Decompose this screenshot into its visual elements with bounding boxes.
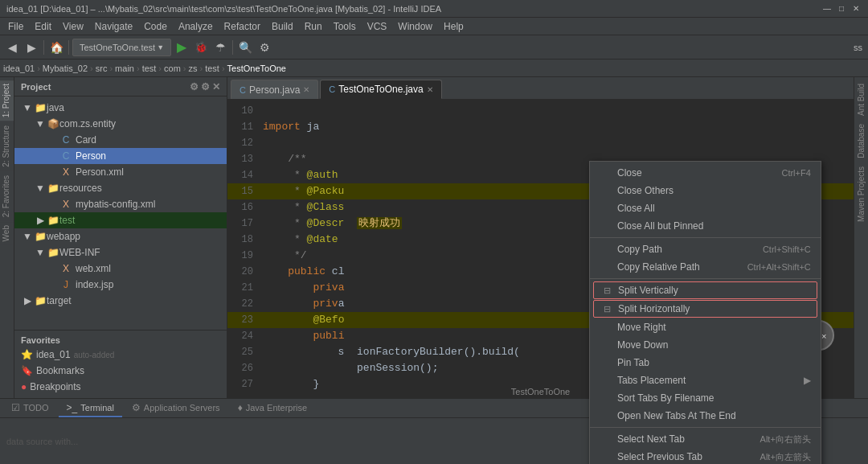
menu-navigate[interactable]: Navigate bbox=[90, 18, 137, 35]
breadcrumb-mybatis02[interactable]: Mybatis_02 bbox=[43, 64, 88, 73]
menu-run[interactable]: Run bbox=[300, 18, 327, 35]
menu-bar: File Edit View Navigate Code Analyze Ref… bbox=[0, 18, 868, 35]
folder-icon: 📁 bbox=[47, 247, 59, 258]
breadcrumb-zs[interactable]: zs bbox=[188, 64, 197, 73]
bottom-tab-todo[interactable]: ☑ TODO bbox=[3, 400, 57, 417]
ctx-split-horizontally[interactable]: ⊟ Split Horizontally bbox=[593, 300, 817, 318]
tab-close-icon[interactable]: ✕ bbox=[303, 85, 309, 94]
ctx-close[interactable]: Close Ctrl+F4 bbox=[590, 164, 821, 182]
javaee-icon: ♦ bbox=[238, 402, 243, 413]
settings-button[interactable]: ⚙ bbox=[256, 39, 273, 56]
bottom-tab-terminal[interactable]: >_ Terminal bbox=[59, 400, 122, 417]
ctx-label: Close Others bbox=[617, 185, 674, 196]
menu-refactor[interactable]: Refactor bbox=[219, 18, 265, 35]
left-tab-project[interactable]: 1: Project bbox=[0, 80, 14, 121]
tree-item-person[interactable]: C Person bbox=[14, 148, 227, 164]
menu-edit[interactable]: Edit bbox=[30, 18, 56, 35]
menu-file[interactable]: File bbox=[3, 18, 28, 35]
tree-item-resources[interactable]: ▼ 📁 resources bbox=[14, 180, 227, 196]
config-dropdown-icon[interactable]: ▼ bbox=[157, 43, 164, 51]
menu-tools[interactable]: Tools bbox=[329, 18, 361, 35]
tree-item-webxml[interactable]: X web.xml bbox=[14, 261, 227, 277]
code-line-11: 11 import ja bbox=[227, 119, 854, 135]
ctx-close-others[interactable]: Close Others bbox=[590, 182, 821, 199]
ctx-label: Close All bbox=[617, 203, 655, 214]
tree-item-card[interactable]: C Card bbox=[14, 132, 227, 148]
favorites-breakpoints[interactable]: ● Breakpoints bbox=[14, 379, 227, 395]
tree-item-person-xml[interactable]: X Person.xml bbox=[14, 164, 227, 180]
menu-build[interactable]: Build bbox=[267, 18, 298, 35]
breadcrumb-com[interactable]: com bbox=[164, 64, 181, 73]
sidebar-actions: ⚙ ⚙ ✕ bbox=[190, 81, 220, 92]
tree-item-webinf[interactable]: ▼ 📁 WEB-INF bbox=[14, 244, 227, 261]
menu-vcs[interactable]: VCS bbox=[362, 18, 392, 35]
close-button[interactable]: ✕ bbox=[850, 3, 862, 14]
sidebar-action-close[interactable]: ✕ bbox=[212, 81, 220, 92]
tab-close-icon[interactable]: ✕ bbox=[427, 85, 433, 94]
ctx-move-right[interactable]: Move Right bbox=[590, 318, 821, 336]
home-button[interactable]: 🏠 bbox=[47, 39, 65, 56]
favorites-label: Bookmarks bbox=[36, 365, 84, 376]
tree-item-target[interactable]: ▶ 📁 target bbox=[14, 293, 227, 309]
bottom-tab-appservers[interactable]: ⚙ Application Servers bbox=[124, 400, 228, 417]
ctx-open-new-tabs[interactable]: Open New Tabs At The End bbox=[590, 407, 821, 425]
menu-view[interactable]: View bbox=[58, 18, 88, 35]
debug-button[interactable]: 🐞 bbox=[192, 39, 210, 56]
tree-item-indexjsp[interactable]: J index.jsp bbox=[14, 277, 227, 293]
menu-code[interactable]: Code bbox=[139, 18, 172, 35]
breadcrumb-idea01[interactable]: idea_01 bbox=[3, 64, 35, 73]
tree-item-webapp[interactable]: ▼ 📁 webapp bbox=[14, 228, 227, 244]
profiling-label: ss bbox=[851, 43, 865, 52]
ctx-close-all-pinned[interactable]: Close All but Pinned bbox=[590, 217, 821, 235]
sidebar-action-settings[interactable]: ⚙ bbox=[201, 81, 210, 92]
ctx-copy-relative-path[interactable]: Copy Relative Path Ctrl+Alt+Shift+C bbox=[590, 258, 821, 276]
run-config-tab[interactable]: TestOneToOne.test ▼ bbox=[72, 39, 171, 56]
ctx-copy-path[interactable]: Copy Path Ctrl+Shift+C bbox=[590, 240, 821, 258]
ctx-split-vertically[interactable]: ⊟ Split Vertically bbox=[593, 281, 817, 299]
left-tab-favorites[interactable]: 2: Favorites bbox=[0, 172, 14, 220]
tree-item-test[interactable]: ▶ 📁 test bbox=[14, 212, 227, 228]
favorites-bookmarks[interactable]: 🔖 Bookmarks bbox=[14, 363, 227, 379]
bottom-tab-label: Application Servers bbox=[144, 403, 220, 413]
ctx-move-down[interactable]: Move Down bbox=[590, 336, 821, 354]
tree-label: webapp bbox=[47, 231, 80, 242]
tree-label: Card bbox=[76, 134, 96, 146]
far-right-database[interactable]: Database bbox=[855, 121, 867, 162]
breadcrumb-main[interactable]: main bbox=[115, 64, 134, 73]
breadcrumb-testonetone[interactable]: TestOneToOne bbox=[227, 64, 286, 73]
tree-item-java[interactable]: ▼ 📁 java bbox=[14, 100, 227, 116]
far-right-ant-build[interactable]: Ant Build bbox=[855, 80, 867, 119]
ctx-pin-tab[interactable]: Pin Tab bbox=[590, 354, 821, 372]
tree-item-mybatis-config[interactable]: X mybatis-config.xml bbox=[14, 196, 227, 212]
coverage-button[interactable]: ☂ bbox=[211, 39, 229, 56]
breadcrumb-test[interactable]: test bbox=[142, 64, 157, 73]
tree-item-com-entity[interactable]: ▼ 📦 com.zs.entity bbox=[14, 116, 227, 132]
ctx-select-prev-tab[interactable]: Select Previous Tab Alt+向左箭头 bbox=[590, 448, 821, 464]
back-button[interactable]: ◀ bbox=[3, 39, 21, 56]
forward-button[interactable]: ▶ bbox=[23, 39, 40, 56]
ctx-sort-tabs[interactable]: Sort Tabs By Filename bbox=[590, 389, 821, 407]
project-sidebar: Project ⚙ ⚙ ✕ ▼ 📁 java ▼ 📦 com.zs.entity bbox=[14, 77, 227, 398]
favorites-idea01[interactable]: ⭐ idea_01 auto-added bbox=[14, 347, 227, 363]
menu-window[interactable]: Window bbox=[393, 18, 437, 35]
bottom-tab-javaenterprise[interactable]: ♦ Java Enterprise bbox=[230, 400, 316, 417]
left-tab-structure[interactable]: 2: Structure bbox=[0, 122, 14, 170]
tree-label: com.zs.entity bbox=[59, 118, 116, 129]
left-tab-web[interactable]: Web bbox=[0, 222, 14, 244]
menu-help[interactable]: Help bbox=[439, 18, 469, 35]
ctx-tabs-placement[interactable]: Tabs Placement ▶ bbox=[590, 372, 821, 389]
minimize-button[interactable]: — bbox=[821, 3, 833, 14]
tab-person-java[interactable]: C Person.java ✕ bbox=[231, 80, 318, 99]
far-right-maven[interactable]: Maven Projects bbox=[855, 163, 867, 225]
sidebar-action-gear[interactable]: ⚙ bbox=[190, 81, 199, 92]
run-button[interactable]: ▶ bbox=[173, 39, 190, 56]
search-everywhere-button[interactable]: 🔍 bbox=[236, 39, 254, 56]
main-layout: 1: Project 2: Structure 2: Favorites Web… bbox=[0, 77, 868, 398]
maximize-button[interactable]: □ bbox=[836, 3, 847, 14]
breadcrumb-src[interactable]: src bbox=[96, 64, 108, 73]
breadcrumb-test2[interactable]: test bbox=[205, 64, 219, 73]
tab-testonetone-java[interactable]: C TestOneToOne.java ✕ bbox=[320, 80, 441, 99]
ctx-close-all[interactable]: Close All bbox=[590, 199, 821, 217]
menu-analyze[interactable]: Analyze bbox=[174, 18, 218, 35]
ctx-select-next-tab[interactable]: Select Next Tab Alt+向右箭头 bbox=[590, 430, 821, 448]
